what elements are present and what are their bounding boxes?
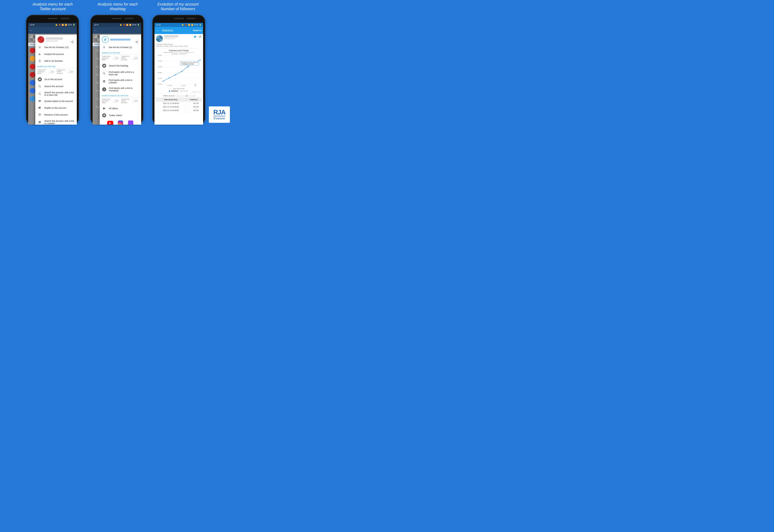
caption-line: Number of followers bbox=[161, 7, 195, 11]
menu-search-news[interactable]: Search this account, with a link to a ne… bbox=[35, 90, 77, 98]
menu-label: Find tweets with a link to Facebook bbox=[109, 87, 139, 92]
subnote-daterange: From Sun. 12 Dec. 2021 to Sun. 19 Dec. 2… bbox=[156, 45, 202, 47]
twitter-icon[interactable] bbox=[193, 35, 197, 39]
toggle-verified-accounts[interactable] bbox=[132, 57, 138, 60]
toggle-accounts-follow[interactable] bbox=[113, 57, 119, 60]
y-tick: 88 800 bbox=[158, 72, 162, 73]
table-row: 2021-12-13 20:40:0688,754 bbox=[156, 105, 202, 109]
hashtag-name-redacted bbox=[110, 39, 130, 41]
toggle-row: Tweets from accounts I follow Tweets fro… bbox=[35, 68, 77, 76]
menu-label: Search this account, with a link to Link… bbox=[44, 120, 74, 125]
menu-goto-account[interactable]: Go to this account bbox=[35, 76, 77, 83]
menu-label: All videos bbox=[109, 107, 118, 110]
account-name-redacted bbox=[164, 35, 178, 37]
toggle-row-videos: Tweets from accounts I follow Tweets fro… bbox=[100, 97, 141, 105]
menu-find-news[interactable]: Find tweets with a link to a news site bbox=[100, 69, 141, 77]
caption-line: Analysis menu for each bbox=[97, 2, 138, 6]
menu-mentions[interactable]: Mentions of this account bbox=[35, 111, 77, 118]
toggle-accounts-follow[interactable] bbox=[48, 70, 54, 73]
menu-label: Mentions of this account bbox=[44, 114, 68, 116]
bookmark-icon bbox=[38, 59, 41, 63]
tweets-button[interactable]: TWEETS bbox=[193, 29, 202, 32]
section-search-videos: SEARCH VIDEOS ON TWITTER bbox=[100, 94, 141, 97]
account-avatar bbox=[37, 36, 44, 43]
caption-phone2: Analysis menu for each #hashtag bbox=[91, 2, 144, 11]
phone-mockup-1: 20:39 🔔 🔕 📶 📶 60% 🔋 ← PERIO bbox=[26, 15, 79, 125]
facebook-icon bbox=[102, 87, 106, 91]
y-tick: 88 900 bbox=[158, 60, 162, 62]
chart-watermark: rjasoftware.com bbox=[192, 91, 201, 92]
hashtag-action-sheet: # See the list of tweets (2) SEARCH IN T… bbox=[100, 35, 141, 125]
status-indicators: 🔔 🔕 📶 📶 60% 🔋 bbox=[55, 24, 75, 26]
chart-area[interactable]: 88 950 88 900 88 850 88 800 88 750 88 70… bbox=[156, 55, 201, 88]
status-indicators: 🔔 🔕 📶 📶 55% 🔋 bbox=[181, 24, 202, 26]
y-tick: 88 700 bbox=[158, 83, 162, 85]
menu-label: Search this account, with a link to a ne… bbox=[44, 91, 74, 96]
menu-add-favorites[interactable]: Add to my favorites bbox=[35, 58, 77, 64]
y-tick: 88 750 bbox=[158, 78, 162, 79]
search-icon bbox=[102, 71, 106, 75]
table-caption: Twitter account : (@) bbox=[154, 94, 203, 98]
menu-quoted-replies[interactable]: Quoted replies to this account bbox=[35, 98, 77, 105]
menu-label: Find tweets with a link to a news site bbox=[109, 71, 139, 76]
logo-text-rja: RJA bbox=[213, 109, 226, 116]
menu-label: Search this account bbox=[44, 85, 63, 88]
menu-see-tweets[interactable]: See the list of tweets (2) bbox=[100, 44, 141, 51]
menu-twitter-videos[interactable]: Twitter videos bbox=[100, 112, 141, 119]
account-name-redacted bbox=[46, 37, 63, 40]
menu-label: Add to my favorites bbox=[44, 60, 63, 62]
share-button[interactable] bbox=[134, 39, 139, 45]
status-bar: 20:39 🔔 🔕 📶 📶 60% 🔋 bbox=[28, 23, 77, 27]
section-search-twitter: SEARCH IN TWITTER bbox=[100, 51, 141, 55]
table-header-date: Date (local time) bbox=[156, 98, 186, 102]
menu-search-linkedin[interactable]: Search this account, with a link to Link… bbox=[35, 118, 77, 125]
menu-find-facebook[interactable]: Find tweets with a link to Facebook bbox=[100, 85, 141, 93]
table-row: 2021-12-12 20:40:0488,726 bbox=[156, 102, 202, 105]
menu-replies[interactable]: Replies to this account bbox=[35, 105, 77, 111]
back-icon[interactable]: ← bbox=[30, 29, 33, 32]
back-icon[interactable]: ← bbox=[94, 29, 97, 32]
followers-table: Date (local time) Followers 2021-12-12 2… bbox=[156, 98, 202, 112]
toggle-verified-accounts[interactable] bbox=[67, 70, 74, 73]
menu-analyze-account[interactable]: Analyze the account bbox=[35, 51, 77, 58]
section-search-twitter: SEARCH IN TWITTER bbox=[35, 64, 77, 68]
linkedin-icon bbox=[102, 79, 106, 83]
menu-search-account[interactable]: Search this account bbox=[35, 83, 77, 90]
menu-label: Quoted replies to this account bbox=[44, 100, 73, 102]
open-external-button[interactable] bbox=[199, 35, 202, 39]
open-external-icon bbox=[199, 35, 202, 38]
menu-label: Twitter videos bbox=[109, 114, 122, 117]
logo-text-evaneto: Evaneto bbox=[214, 117, 225, 120]
youtube-button[interactable]: ▶ bbox=[107, 120, 113, 125]
back-icon[interactable]: ← bbox=[156, 29, 159, 32]
menu-find-linkedin[interactable]: Find tweets with a link to LinkedIn bbox=[100, 77, 141, 85]
twitch-button[interactable] bbox=[127, 120, 134, 125]
share-button[interactable] bbox=[70, 39, 75, 45]
caption-phone3: Evolution of my account Number of follow… bbox=[152, 2, 204, 11]
toggle-row: Tweets from accounts I follow Tweets fro… bbox=[100, 55, 141, 62]
caption-line: Twitter account bbox=[40, 7, 66, 11]
chart-icon bbox=[38, 52, 41, 56]
phone-mockup-2: 20:37 🔔 🔕 📶 📶 60% 🔋 ← PERIO # bbox=[90, 15, 143, 125]
twitter-icon bbox=[102, 113, 106, 117]
followers-chart-card: Followers and Friends Twitter account : … bbox=[156, 48, 202, 93]
menu-search-hashtag[interactable]: Search this hashtag bbox=[100, 62, 141, 69]
toggle-verified-accounts-videos[interactable] bbox=[132, 99, 138, 102]
linkedin-icon bbox=[38, 120, 41, 124]
status-bar: 21:02 🔔 🔕 📶 📶 55% 🔋 bbox=[154, 23, 203, 27]
menu-label: Replies to this account bbox=[44, 107, 66, 109]
list-icon bbox=[38, 45, 41, 49]
menu-see-tweets[interactable]: See the list of tweets (12) bbox=[35, 44, 77, 51]
caption-line: #hashtag bbox=[110, 7, 126, 11]
chart-tooltip: Thursday, Dec 16, 20:40:12 ● Followers: … bbox=[180, 61, 199, 65]
toggle-label-verified: Tweets from verifed accounts bbox=[121, 56, 131, 61]
subnote-evolution: Evolution of the account bbox=[156, 43, 202, 45]
caption-line: Evolution of my account bbox=[157, 2, 199, 6]
menu-all-videos[interactable]: All videos bbox=[100, 105, 141, 112]
status-indicators: 🔔 🔕 📶 📶 60% 🔋 bbox=[120, 24, 140, 26]
toggle-label-verified: Tweets from verifed accounts bbox=[121, 98, 131, 103]
page-title: Statistics bbox=[162, 29, 173, 32]
x-tick: 16. Dec bbox=[181, 85, 185, 86]
toggle-accounts-follow-videos[interactable] bbox=[113, 99, 119, 102]
instagram-button[interactable] bbox=[117, 120, 124, 125]
